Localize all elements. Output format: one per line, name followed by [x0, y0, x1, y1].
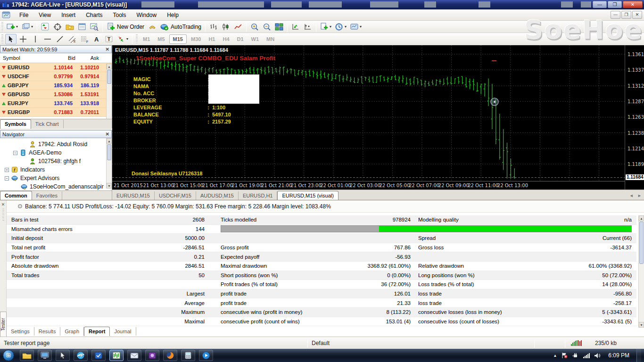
- power-plug-icon[interactable]: [572, 352, 578, 359]
- taskbar-explorer-button[interactable]: [20, 350, 34, 361]
- tool-cursor-button[interactable]: [5, 34, 17, 44]
- toolbar-candlestick-button[interactable]: [220, 22, 231, 32]
- collapse-minus-icon[interactable]: −: [13, 151, 17, 155]
- tree-item[interactable]: +fIndicators: [2, 165, 112, 174]
- market-watch-row[interactable]: EURGBP0.718830.72011: [0, 108, 112, 117]
- report-scrollbar[interactable]: ▲ ▼: [638, 215, 644, 328]
- navigator-scrollbar[interactable]: ▲ ▼: [106, 138, 112, 189]
- speaker-icon[interactable]: [594, 353, 601, 359]
- tree-item[interactable]: −AGEA-Demo: [2, 148, 112, 157]
- toolbar-auto-scroll-button[interactable]: [290, 22, 301, 32]
- market-watch-row[interactable]: USDCHF0.977990.97914: [0, 72, 112, 81]
- scrollbar-thumb[interactable]: [639, 222, 644, 264]
- period-m1-button[interactable]: M1: [140, 35, 153, 43]
- taskbar-display-button[interactable]: [38, 350, 52, 361]
- expand-plus-icon[interactable]: +: [5, 168, 9, 172]
- toolbar-new-chart-button[interactable]: ▾: [5, 22, 19, 32]
- scroll-up-icon[interactable]: ▲: [639, 215, 644, 221]
- toolbar-strategy-tester-button[interactable]: [89, 22, 100, 32]
- chart-tab-eurusd-m15-visual-[interactable]: EURUSD,M15 (visual): [277, 191, 338, 200]
- taskbar-calculator-button[interactable]: [181, 350, 195, 361]
- tool-crosshair-button[interactable]: [17, 34, 29, 44]
- market-watch-row[interactable]: EURJPY133.745133.918: [0, 99, 112, 108]
- window-minimize-button[interactable]: —: [593, 1, 607, 8]
- tree-item[interactable]: 1SoeHoeCom_adenanscalpir: [2, 182, 112, 191]
- tray-expand-icon[interactable]: ▲: [553, 354, 557, 358]
- tree-item[interactable]: 17942: Abdul Rosid: [2, 140, 112, 148]
- chart-tab-eurusd-m15[interactable]: EURUSD,M15: [112, 191, 155, 200]
- tool-vline-button[interactable]: [30, 34, 41, 44]
- toolbar-tile-windows-button[interactable]: [273, 22, 285, 32]
- period-h4-button[interactable]: H4: [219, 35, 232, 43]
- menu-insert[interactable]: Insert: [56, 10, 81, 20]
- tab-tick-chart[interactable]: Tick Chart: [31, 120, 64, 128]
- tool-arrows-dd-button[interactable]: ▾: [116, 34, 130, 44]
- taskbar-mail-button[interactable]: [127, 350, 141, 361]
- tester-tab-graph[interactable]: Graph: [60, 327, 84, 336]
- toolbar-new-order-button[interactable]: New Order: [105, 22, 146, 32]
- mdi-minimize-button[interactable]: —: [611, 11, 620, 19]
- taskbar-firefox-button[interactable]: [163, 350, 177, 361]
- period-d1-button[interactable]: D1: [234, 35, 247, 43]
- toolbar-period-dd[interactable]: ▾: [334, 22, 348, 32]
- chart-tab-audusd-m15[interactable]: AUDUSD,M15: [196, 191, 239, 200]
- close-icon[interactable]: ✕: [0, 200, 6, 207]
- price-axis[interactable]: 1.136151.133701.131201.128751.126301.123…: [625, 45, 644, 189]
- tool-hline-button[interactable]: [42, 34, 53, 44]
- tab-common[interactable]: Common: [0, 191, 32, 200]
- toolbar-zoom-in-button[interactable]: [249, 22, 260, 32]
- toolbar-market-watch-button[interactable]: [40, 22, 51, 32]
- scrollbar-thumb[interactable]: [107, 70, 111, 84]
- toolbar-data-window-button[interactable]: [76, 22, 88, 32]
- chart-tab-usdchf-m15[interactable]: USDCHF,M15: [155, 191, 196, 200]
- tester-side-tab[interactable]: Tester: [0, 312, 7, 337]
- toolbar-bar-chart-button[interactable]: [208, 22, 219, 32]
- toolbar-grip[interactable]: [136, 34, 138, 44]
- tester-tab-settings[interactable]: Settings: [7, 327, 34, 336]
- scroll-down-icon[interactable]: ▼: [639, 322, 644, 328]
- toolbar-grip[interactable]: [1, 34, 3, 44]
- network-signal-icon[interactable]: [583, 353, 590, 359]
- taskbar-media-player-button[interactable]: [199, 350, 213, 361]
- period-w1-button[interactable]: W1: [248, 35, 263, 43]
- period-h1-button[interactable]: H1: [205, 35, 218, 43]
- market-watch-row[interactable]: EURUSD1.101441.10210: [0, 63, 112, 72]
- taskbar-app-blue-button[interactable]: [91, 350, 106, 361]
- toolbar-indicators-dd[interactable]: ▾: [319, 22, 333, 32]
- chart-window[interactable]: EURUSD,M15 1.11787 1.11788 1.11684 1.116…: [112, 45, 644, 189]
- scrollbar-thumb[interactable]: [107, 144, 111, 160]
- toolbar-grip[interactable]: [1, 22, 3, 32]
- menu-charts[interactable]: Charts: [81, 10, 107, 20]
- period-m15-button[interactable]: M15: [169, 34, 187, 44]
- scroll-up-icon[interactable]: ▲: [107, 64, 112, 69]
- close-icon[interactable]: ✕: [106, 132, 109, 137]
- tab-symbols[interactable]: Symbols: [0, 119, 31, 129]
- tool-trendline-button[interactable]: [54, 34, 66, 44]
- menu-file[interactable]: File: [14, 10, 33, 20]
- mdi-restore-button[interactable]: ❐: [621, 11, 631, 19]
- action-center-flag-icon[interactable]: [561, 352, 568, 359]
- window-close-button[interactable]: ✕: [623, 1, 643, 8]
- column-ask[interactable]: Ask: [75, 55, 102, 61]
- tool-channel-button[interactable]: E: [66, 34, 78, 44]
- start-button[interactable]: ⊞: [3, 350, 14, 361]
- taskbar-metatrader-button[interactable]: [109, 350, 124, 361]
- period-m5-button[interactable]: M5: [154, 35, 168, 43]
- tester-tab-report[interactable]: Report: [84, 327, 110, 336]
- toolbar-navigator-folder-button[interactable]: [64, 22, 75, 32]
- tree-item[interactable]: 1027548: ghfgh f: [2, 157, 112, 165]
- taskbar-clock[interactable]: 6:09 PM: [608, 352, 629, 359]
- toolbar-profiles-button[interactable]: ▾: [20, 22, 34, 32]
- toolbar-crosshair-target-button[interactable]: [52, 22, 63, 32]
- toolbar-template-dd[interactable]: ▾: [349, 22, 363, 32]
- mdi-close-button[interactable]: ✕: [632, 11, 642, 19]
- taskbar-app-purple-button[interactable]: [145, 350, 159, 361]
- tab-scroll-icons[interactable]: ◄ ►: [629, 193, 643, 198]
- tool-text-button[interactable]: A: [91, 34, 102, 44]
- collapse-minus-icon[interactable]: −: [5, 176, 9, 181]
- toolbar-autotrading-button[interactable]: AutoTrading: [159, 22, 203, 32]
- menu-view[interactable]: View: [33, 10, 56, 20]
- time-axis[interactable]: 21 Oct 201521 Oct 13:0021 Oct 15:0021 Oc…: [112, 181, 625, 189]
- tool-label-button[interactable]: T: [103, 34, 115, 44]
- market-watch-row[interactable]: GBPJPY185.934186.119: [0, 81, 112, 90]
